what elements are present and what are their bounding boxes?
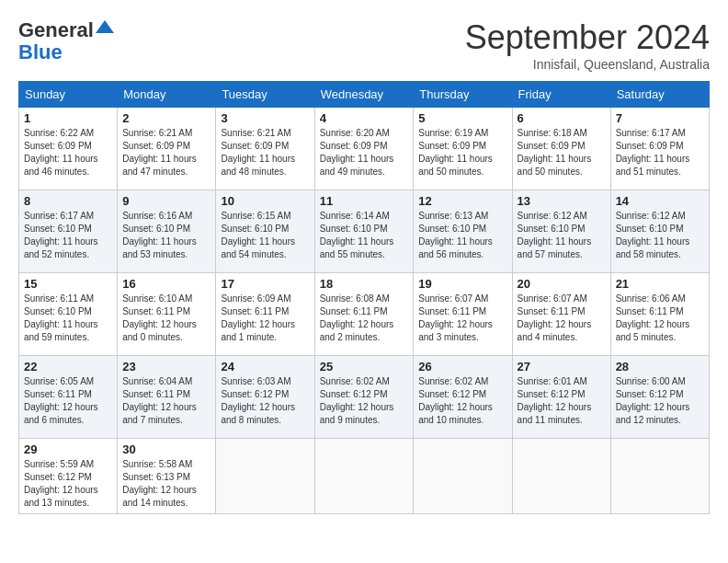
calendar-cell: 19Sunrise: 6:07 AM Sunset: 6:11 PM Dayli…	[414, 273, 512, 356]
day-number: 4	[320, 111, 409, 125]
calendar-cell: 24Sunrise: 6:03 AM Sunset: 6:12 PM Dayli…	[216, 356, 314, 439]
day-number: 14	[616, 194, 704, 208]
calendar-cell: 20Sunrise: 6:07 AM Sunset: 6:11 PM Dayli…	[512, 273, 610, 356]
day-info: Sunrise: 6:07 AM Sunset: 6:11 PM Dayligh…	[518, 293, 606, 344]
day-info: Sunrise: 6:00 AM Sunset: 6:12 PM Dayligh…	[616, 375, 704, 427]
day-info: Sunrise: 6:09 AM Sunset: 6:11 PM Dayligh…	[221, 293, 309, 344]
day-info: Sunrise: 6:12 AM Sunset: 6:10 PM Dayligh…	[518, 210, 606, 261]
calendar-cell: 25Sunrise: 6:02 AM Sunset: 6:12 PM Dayli…	[314, 356, 414, 439]
day-info: Sunrise: 6:13 AM Sunset: 6:10 PM Dayligh…	[418, 210, 506, 261]
weekday-header-tuesday: Tuesday	[216, 82, 314, 108]
day-info: Sunrise: 6:02 AM Sunset: 6:12 PM Dayligh…	[320, 375, 409, 427]
day-info: Sunrise: 6:16 AM Sunset: 6:10 PM Dayligh…	[122, 210, 210, 261]
logo-text-blue: Blue	[18, 40, 63, 64]
day-number: 21	[616, 277, 704, 291]
day-number: 1	[24, 111, 112, 125]
calendar-cell: 16Sunrise: 6:10 AM Sunset: 6:11 PM Dayli…	[118, 273, 216, 356]
calendar-cell: 30Sunrise: 5:58 AM Sunset: 6:13 PM Dayli…	[118, 439, 216, 514]
calendar-cell: 5Sunrise: 6:19 AM Sunset: 6:09 PM Daylig…	[414, 108, 512, 190]
calendar-cell: 11Sunrise: 6:14 AM Sunset: 6:10 PM Dayli…	[314, 190, 414, 273]
day-info: Sunrise: 6:17 AM Sunset: 6:10 PM Dayligh…	[24, 210, 112, 261]
calendar-cell: 1Sunrise: 6:22 AM Sunset: 6:09 PM Daylig…	[19, 108, 118, 190]
day-info: Sunrise: 6:17 AM Sunset: 6:09 PM Dayligh…	[616, 127, 704, 178]
calendar-cell: 8Sunrise: 6:17 AM Sunset: 6:10 PM Daylig…	[19, 190, 118, 273]
day-info: Sunrise: 6:15 AM Sunset: 6:10 PM Dayligh…	[221, 210, 309, 261]
day-info: Sunrise: 6:18 AM Sunset: 6:09 PM Dayligh…	[518, 127, 606, 178]
day-number: 24	[221, 360, 309, 373]
logo-text-general: General	[18, 18, 94, 41]
weekday-header-row: SundayMondayTuesdayWednesdayThursdayFrid…	[19, 82, 710, 108]
day-info: Sunrise: 6:21 AM Sunset: 6:09 PM Dayligh…	[221, 127, 309, 178]
day-number: 15	[24, 277, 112, 291]
calendar-cell: 4Sunrise: 6:20 AM Sunset: 6:09 PM Daylig…	[314, 108, 414, 190]
day-number: 12	[418, 194, 506, 208]
calendar-cell: 2Sunrise: 6:21 AM Sunset: 6:09 PM Daylig…	[118, 108, 216, 190]
day-info: Sunrise: 6:22 AM Sunset: 6:09 PM Dayligh…	[24, 127, 112, 178]
calendar-week-row: 15Sunrise: 6:11 AM Sunset: 6:10 PM Dayli…	[19, 273, 710, 356]
calendar-cell: 27Sunrise: 6:01 AM Sunset: 6:12 PM Dayli…	[512, 356, 610, 439]
day-number: 30	[122, 442, 210, 456]
calendar-cell: 9Sunrise: 6:16 AM Sunset: 6:10 PM Daylig…	[118, 190, 216, 273]
weekday-header-sunday: Sunday	[19, 82, 118, 108]
calendar-cell: 21Sunrise: 6:06 AM Sunset: 6:11 PM Dayli…	[610, 273, 709, 356]
day-info: Sunrise: 6:03 AM Sunset: 6:12 PM Dayligh…	[221, 375, 309, 427]
calendar-week-row: 1Sunrise: 6:22 AM Sunset: 6:09 PM Daylig…	[19, 108, 710, 190]
weekday-header-saturday: Saturday	[610, 82, 709, 108]
day-number: 2	[122, 111, 210, 125]
calendar-cell	[414, 439, 512, 514]
day-number: 17	[221, 277, 309, 291]
day-info: Sunrise: 6:19 AM Sunset: 6:09 PM Dayligh…	[418, 127, 506, 178]
day-info: Sunrise: 5:58 AM Sunset: 6:13 PM Dayligh…	[122, 458, 210, 510]
day-number: 20	[518, 277, 606, 291]
weekday-header-monday: Monday	[118, 82, 216, 108]
day-number: 26	[418, 360, 506, 373]
calendar-cell: 26Sunrise: 6:02 AM Sunset: 6:12 PM Dayli…	[414, 356, 512, 439]
calendar-cell: 7Sunrise: 6:17 AM Sunset: 6:09 PM Daylig…	[610, 108, 709, 190]
day-number: 23	[122, 360, 210, 373]
day-number: 18	[320, 277, 409, 291]
day-number: 13	[518, 194, 606, 208]
logo-arrow-icon	[94, 17, 114, 37]
day-info: Sunrise: 6:10 AM Sunset: 6:11 PM Dayligh…	[122, 293, 210, 344]
day-number: 29	[24, 442, 112, 456]
calendar-table: SundayMondayTuesdayWednesdayThursdayFrid…	[18, 81, 710, 514]
day-info: Sunrise: 6:04 AM Sunset: 6:11 PM Dayligh…	[122, 375, 210, 427]
day-info: Sunrise: 6:21 AM Sunset: 6:09 PM Dayligh…	[122, 127, 210, 178]
day-number: 25	[320, 360, 409, 373]
day-number: 5	[418, 111, 506, 125]
day-info: Sunrise: 6:05 AM Sunset: 6:11 PM Dayligh…	[24, 375, 112, 427]
weekday-header-wednesday: Wednesday	[314, 82, 414, 108]
weekday-header-thursday: Thursday	[414, 82, 512, 108]
calendar-week-row: 22Sunrise: 6:05 AM Sunset: 6:11 PM Dayli…	[19, 356, 710, 439]
svg-marker-0	[96, 20, 114, 33]
location-subtitle: Innisfail, Queensland, Australia	[465, 57, 710, 72]
day-info: Sunrise: 6:11 AM Sunset: 6:10 PM Dayligh…	[24, 293, 112, 344]
day-info: Sunrise: 6:02 AM Sunset: 6:12 PM Dayligh…	[418, 375, 506, 427]
day-info: Sunrise: 6:06 AM Sunset: 6:11 PM Dayligh…	[616, 293, 704, 344]
month-title: September 2024	[465, 18, 710, 57]
page-header: General Blue September 2024 Innisfail, Q…	[18, 18, 710, 72]
calendar-cell: 18Sunrise: 6:08 AM Sunset: 6:11 PM Dayli…	[314, 273, 414, 356]
day-number: 8	[24, 194, 112, 208]
logo: General Blue	[18, 18, 94, 64]
day-info: Sunrise: 6:12 AM Sunset: 6:10 PM Dayligh…	[616, 210, 704, 261]
calendar-cell	[610, 439, 709, 514]
day-number: 27	[518, 360, 606, 373]
calendar-cell: 28Sunrise: 6:00 AM Sunset: 6:12 PM Dayli…	[610, 356, 709, 439]
calendar-week-row: 29Sunrise: 5:59 AM Sunset: 6:12 PM Dayli…	[19, 439, 710, 514]
day-number: 6	[518, 111, 606, 125]
weekday-header-friday: Friday	[512, 82, 610, 108]
calendar-cell: 10Sunrise: 6:15 AM Sunset: 6:10 PM Dayli…	[216, 190, 314, 273]
calendar-cell: 12Sunrise: 6:13 AM Sunset: 6:10 PM Dayli…	[414, 190, 512, 273]
calendar-cell: 17Sunrise: 6:09 AM Sunset: 6:11 PM Dayli…	[216, 273, 314, 356]
calendar-cell: 22Sunrise: 6:05 AM Sunset: 6:11 PM Dayli…	[19, 356, 118, 439]
day-info: Sunrise: 6:01 AM Sunset: 6:12 PM Dayligh…	[518, 375, 606, 427]
day-number: 11	[320, 194, 409, 208]
day-number: 19	[418, 277, 506, 291]
day-info: Sunrise: 6:07 AM Sunset: 6:11 PM Dayligh…	[418, 293, 506, 344]
day-info: Sunrise: 6:08 AM Sunset: 6:11 PM Dayligh…	[320, 293, 409, 344]
day-number: 10	[221, 194, 309, 208]
day-number: 22	[24, 360, 112, 373]
day-info: Sunrise: 5:59 AM Sunset: 6:12 PM Dayligh…	[24, 458, 112, 510]
calendar-cell: 6Sunrise: 6:18 AM Sunset: 6:09 PM Daylig…	[512, 108, 610, 190]
